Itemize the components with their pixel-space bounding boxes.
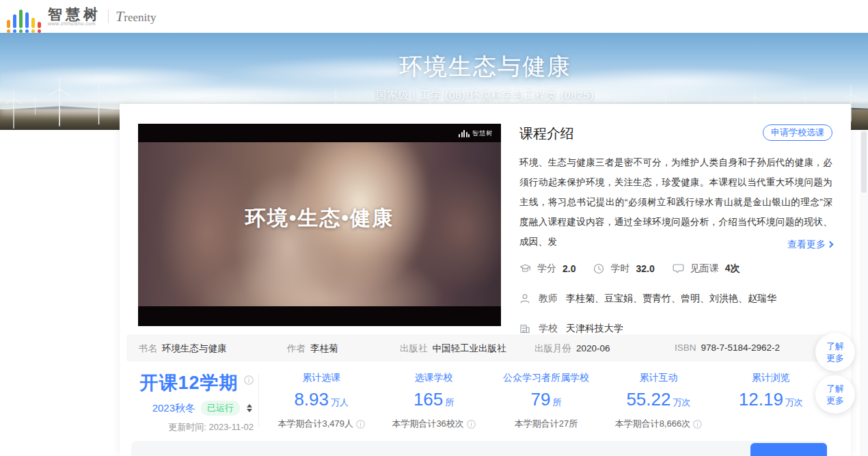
stat-enrolled: 累计选课 8.93万人 本学期合计3,479人 xyxy=(265,372,377,430)
info-icon[interactable] xyxy=(467,420,476,429)
person-icon xyxy=(519,293,530,304)
course-info-card: 环境•生态•健康 智慧树 课程介绍 申请学校选课 环境、生态与健康三者是密不可分… xyxy=(120,104,851,456)
teachers-value: 李桂菊、豆宝娟、贾青竹、曾明、刘洪艳、赵瑞华 xyxy=(566,293,776,305)
course-description: 环境、生态与健康三者是密不可分，为维护人类自身和子孙后代的健康，必须行动起来保护… xyxy=(519,152,832,252)
credit-icon xyxy=(519,263,531,275)
textbook-bar: 书名环境生态与健康 作者李桂菊 出版社中国轻工业出版社 出版月份2020-06 … xyxy=(126,334,837,362)
teachers-label: 教师 xyxy=(539,293,558,305)
logo-brand: Treenity xyxy=(116,8,156,25)
page-scrollbar-thumb[interactable] xyxy=(861,131,867,193)
wind-turbine-icon xyxy=(90,82,107,124)
next-section-bar xyxy=(131,441,827,456)
learn-more-bubble[interactable]: 了解更多 xyxy=(815,333,855,371)
meetings-label: 见面课 xyxy=(690,263,719,275)
zhihuishu-logo[interactable]: 智慧树 www.zhihuishu.com Treenity xyxy=(7,5,156,28)
credit-label: 学分 xyxy=(537,263,556,275)
stat-public-schools: 公众学习者所属学校 79所 本学期合计27所 xyxy=(490,372,602,430)
stat-schools: 选课学校 165所 本学期合计36校次 xyxy=(377,372,489,430)
hours-value: 32.0 xyxy=(636,263,654,274)
page-scrollbar-track xyxy=(860,130,868,456)
semester-block: 开课12学期 2023秋冬 已运行 更新时间: 2023-11-02 xyxy=(132,371,259,433)
school-label: 学校 xyxy=(539,323,558,335)
update-time-label: 更新时间: xyxy=(168,422,206,432)
course-title: 环境生态与健康 xyxy=(120,51,851,83)
wind-turbine-icon xyxy=(49,74,70,127)
video-watermark: 智慧树 xyxy=(459,129,493,138)
next-section-button[interactable] xyxy=(750,443,827,456)
logo-url: www.zhihuishu.com xyxy=(48,21,101,26)
teachers-row: 教师 李桂菊、豆宝娟、贾青竹、曾明、刘洪艳、赵瑞华 xyxy=(519,293,776,305)
semester-term: 2023秋冬 xyxy=(152,402,195,415)
learn-more-bubble[interactable]: 了解更多 xyxy=(815,375,855,414)
logo-bars-icon xyxy=(7,5,41,28)
school-value: 天津科技大学 xyxy=(566,323,623,335)
stats-row: 累计选课 8.93万人 本学期合计3,479人 选课学校 165所 本学期合计3… xyxy=(265,372,827,430)
credit-value: 2.0 xyxy=(562,263,575,274)
video-overlay-title: 环境•生态•健康 xyxy=(138,204,501,232)
meetings-value: 4次 xyxy=(725,263,740,275)
wind-turbine-icon xyxy=(5,88,22,129)
info-icon[interactable] xyxy=(693,420,702,429)
course-video-thumbnail[interactable]: 环境•生态•健康 智慧树 xyxy=(138,124,501,326)
view-more-link[interactable]: 查看更多 xyxy=(778,239,832,251)
semester-title: 开课12学期 xyxy=(140,371,239,395)
info-icon[interactable] xyxy=(356,420,365,429)
logo-text: 智慧树 xyxy=(48,8,101,21)
chevron-right-icon xyxy=(827,241,834,248)
meetings-meta: 见面课 4次 xyxy=(673,263,740,275)
book-name-field: 书名环境生态与健康 xyxy=(139,343,227,355)
book-publisher-field: 出版社中国轻工业出版社 xyxy=(400,343,506,355)
wind-turbine-icon xyxy=(31,93,40,115)
building-icon xyxy=(519,323,530,334)
intro-heading: 课程介绍 xyxy=(519,124,574,143)
stat-views: 累计浏览 12.19万次 xyxy=(715,372,827,430)
update-time-value: 2023-11-02 xyxy=(208,422,254,432)
logo-divider xyxy=(108,10,109,23)
info-icon[interactable] xyxy=(244,375,254,385)
book-pubdate-field: 出版月份2020-06 xyxy=(534,343,610,355)
update-time-row: 更新时间: 2023-11-02 xyxy=(132,421,254,433)
book-author-field: 作者李桂菊 xyxy=(287,343,338,355)
school-row: 学校 天津科技大学 xyxy=(519,323,623,335)
chat-icon xyxy=(673,263,684,274)
watermark-text: 智慧树 xyxy=(472,129,493,138)
book-isbn-field: ISBN978-7-5184-2962-2 xyxy=(675,343,780,353)
apply-school-button[interactable]: 申请学校选课 xyxy=(763,124,832,141)
status-badge: 已运行 xyxy=(201,401,240,416)
course-category: 国家级 | 工学 (08)/环境科学与工程类 (0825) xyxy=(120,89,851,102)
credit-meta: 学分 2.0 xyxy=(519,263,575,275)
hours-label: 学时 xyxy=(610,263,629,275)
watermark-bars-icon xyxy=(459,130,470,137)
semester-selector-control[interactable] xyxy=(245,403,254,414)
clock-icon xyxy=(593,263,604,274)
top-header: 智慧树 www.zhihuishu.com Treenity xyxy=(0,0,868,33)
stat-interactions: 累计互动 55.22万次 本学期合计8,666次 xyxy=(602,372,714,430)
hours-meta: 学时 32.0 xyxy=(593,263,654,275)
vertical-divider xyxy=(258,375,259,427)
